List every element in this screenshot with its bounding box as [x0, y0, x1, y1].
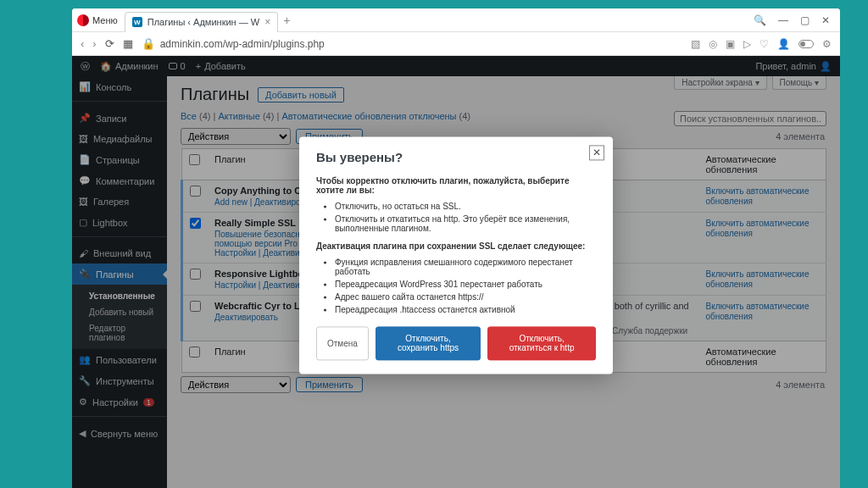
- minimize-icon[interactable]: —: [778, 14, 788, 26]
- forward-icon[interactable]: ›: [92, 37, 96, 50]
- modal-title: Вы уверены?: [316, 150, 596, 164]
- ext-icon[interactable]: ▧: [691, 38, 700, 50]
- lock-icon: 🔒: [142, 37, 155, 50]
- modal-overlay[interactable]: ✕ Вы уверены? Чтобы корректно отключить …: [72, 56, 840, 488]
- url-text[interactable]: adminkin.com/wp-admin/plugins.php: [160, 38, 325, 50]
- cancel-button[interactable]: Отмена: [316, 326, 369, 360]
- modal-list-item: Адрес вашего сайта останется https://: [335, 292, 596, 302]
- tab-title: Плагины ‹ Админкин — W: [147, 17, 259, 27]
- deactivate-keep-button[interactable]: Отключить, сохранить https: [376, 326, 481, 360]
- ext-icon[interactable]: ▣: [726, 38, 735, 50]
- deactivate-modal: ✕ Вы уверены? Чтобы корректно отключить …: [299, 136, 613, 374]
- modal-list-item: Переадресация WordPress 301 перестанет р…: [335, 280, 596, 289]
- address-bar: ‹ › ⟳ ▦ 🔒 adminkin.com/wp-admin/plugins.…: [72, 32, 840, 56]
- modal-subhead: Деактивация плагина при сохранении SSL с…: [316, 241, 596, 251]
- ext-icon[interactable]: ♡: [760, 38, 769, 50]
- maximize-icon[interactable]: ▢: [800, 14, 810, 26]
- modal-list-item: Функция исправления смешанного содержимо…: [335, 258, 596, 276]
- close-icon[interactable]: ✕: [821, 14, 830, 26]
- opera-logo-icon: [77, 14, 89, 26]
- search-icon[interactable]: 🔍: [754, 14, 766, 26]
- profile-icon[interactable]: 👤: [777, 38, 790, 50]
- tab-close-icon[interactable]: ×: [264, 16, 270, 28]
- modal-close-button[interactable]: ✕: [589, 145, 604, 160]
- modal-list-item: Отключить, но остаться на SSL.: [335, 202, 596, 211]
- wp-favicon-icon: W: [132, 17, 142, 27]
- toggle-icon[interactable]: [798, 40, 814, 48]
- new-tab-button[interactable]: +: [283, 14, 290, 27]
- modal-list-item: Отключить и откатиться на http. Это убер…: [335, 214, 596, 233]
- grid-icon[interactable]: ▦: [123, 37, 133, 50]
- easy-setup-icon[interactable]: ⚙: [822, 38, 832, 50]
- browser-menu-button[interactable]: Меню: [92, 15, 118, 25]
- back-icon[interactable]: ‹: [81, 37, 84, 50]
- ext-icon[interactable]: ▷: [743, 38, 751, 50]
- modal-list-item: Переадресация .htaccess останется активн…: [335, 305, 596, 314]
- deactivate-revert-button[interactable]: Отключить, откатиться к http: [487, 326, 596, 360]
- modal-intro: Чтобы корректно отключить плагин, пожалу…: [316, 176, 596, 195]
- reload-icon[interactable]: ⟳: [105, 37, 114, 50]
- browser-tab[interactable]: W Плагины ‹ Админкин — W ×: [125, 12, 278, 32]
- browser-titlebar: Меню W Плагины ‹ Админкин — W × + 🔍 — ▢ …: [72, 8, 840, 32]
- ext-icon[interactable]: ◎: [709, 38, 717, 50]
